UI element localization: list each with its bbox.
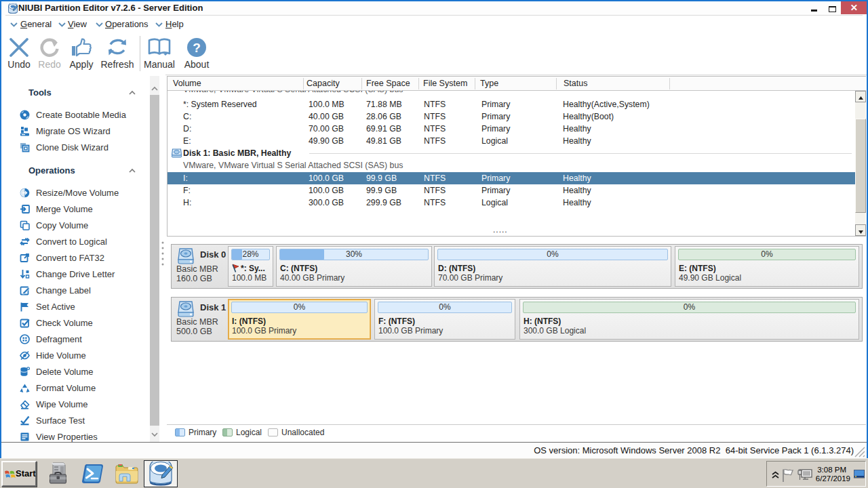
svg-text:?: ? <box>193 41 201 55</box>
